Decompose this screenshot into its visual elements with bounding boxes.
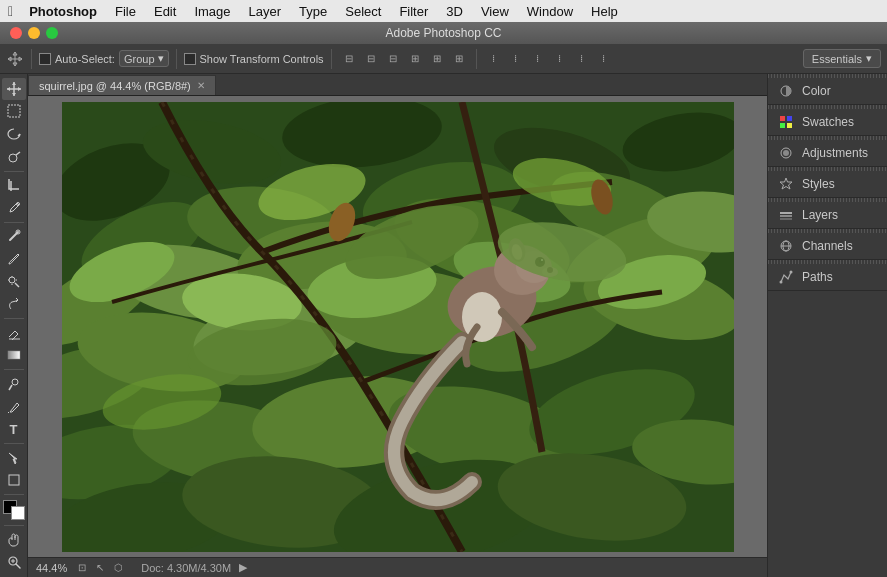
adjustments-panel-header[interactable]: Adjustments bbox=[768, 140, 887, 166]
crop-tool[interactable] bbox=[2, 174, 26, 196]
color-panel-group: Color bbox=[768, 78, 887, 105]
layers-panel-icon bbox=[778, 207, 794, 223]
menu-edit[interactable]: Edit bbox=[146, 2, 184, 21]
text-tool[interactable]: T bbox=[2, 418, 26, 440]
color-picker[interactable] bbox=[3, 500, 25, 520]
align-left-icon[interactable]: ⊟ bbox=[339, 49, 359, 69]
adjustments-panel-icon bbox=[778, 145, 794, 161]
essentials-arrow-icon: ▾ bbox=[866, 52, 872, 65]
text-icon: T bbox=[10, 422, 18, 437]
eyedropper-tool[interactable] bbox=[2, 197, 26, 219]
channels-panel-header[interactable]: Channels bbox=[768, 233, 887, 259]
status-icon-1: ⊡ bbox=[75, 561, 89, 575]
left-toolbar: T bbox=[0, 74, 28, 577]
layers-panel-header[interactable]: Layers bbox=[768, 202, 887, 228]
svg-rect-70 bbox=[787, 123, 792, 128]
tool-sep-5 bbox=[4, 443, 24, 444]
brush-tool[interactable] bbox=[2, 248, 26, 270]
align-bottom-icon[interactable]: ⊞ bbox=[449, 49, 469, 69]
distribute-center-h-icon[interactable]: ⁞ bbox=[506, 49, 526, 69]
group-dropdown-arrow: ▾ bbox=[158, 52, 164, 65]
pen-tool[interactable] bbox=[2, 396, 26, 418]
svg-point-4 bbox=[9, 277, 15, 283]
background-color[interactable] bbox=[11, 506, 25, 520]
status-arrow-icon[interactable]: ▶ bbox=[239, 561, 247, 574]
auto-select-label: Auto-Select: bbox=[55, 53, 115, 65]
move-tool[interactable] bbox=[2, 78, 26, 100]
essentials-dropdown[interactable]: Essentials ▾ bbox=[803, 49, 881, 68]
zoom-tool[interactable] bbox=[2, 551, 26, 573]
svg-point-79 bbox=[780, 281, 783, 284]
heal-tool[interactable] bbox=[2, 226, 26, 248]
status-icon-3: ⬡ bbox=[111, 561, 125, 575]
close-button[interactable] bbox=[10, 27, 22, 39]
styles-panel-header[interactable]: Styles bbox=[768, 171, 887, 197]
clone-tool[interactable] bbox=[2, 271, 26, 293]
svg-rect-6 bbox=[8, 351, 20, 359]
right-panel: Color Swatches bbox=[767, 74, 887, 577]
tab-close-button[interactable]: ✕ bbox=[197, 80, 205, 91]
menu-file[interactable]: File bbox=[107, 2, 144, 21]
marquee-tool[interactable] bbox=[2, 101, 26, 123]
tool-sep-2 bbox=[4, 222, 24, 223]
menu-window[interactable]: Window bbox=[519, 2, 581, 21]
menu-select[interactable]: Select bbox=[337, 2, 389, 21]
distribute-right-icon[interactable]: ⁞ bbox=[528, 49, 548, 69]
menu-help[interactable]: Help bbox=[583, 2, 626, 21]
channels-panel-label: Channels bbox=[802, 239, 853, 253]
distribute-icons: ⁞ ⁞ ⁞ ⁞ ⁞ ⁞ bbox=[484, 49, 614, 69]
status-icon-2: ↖ bbox=[93, 561, 107, 575]
swatches-panel-header[interactable]: Swatches bbox=[768, 109, 887, 135]
distribute-top-icon[interactable]: ⁞ bbox=[550, 49, 570, 69]
distribute-left-icon[interactable]: ⁞ bbox=[484, 49, 504, 69]
align-top-icon[interactable]: ⊞ bbox=[405, 49, 425, 69]
styles-panel-label: Styles bbox=[802, 177, 835, 191]
separator-1 bbox=[31, 49, 32, 69]
menu-image[interactable]: Image bbox=[186, 2, 238, 21]
align-right-icon[interactable]: ⊟ bbox=[383, 49, 403, 69]
history-brush-tool[interactable] bbox=[2, 293, 26, 315]
status-icons: ⊡ ↖ ⬡ bbox=[75, 561, 125, 575]
zoom-level: 44.4% bbox=[36, 562, 67, 574]
paths-panel-group: Paths bbox=[768, 264, 887, 291]
svg-point-7 bbox=[12, 379, 18, 385]
align-center-h-icon[interactable]: ⊟ bbox=[361, 49, 381, 69]
shape-tool[interactable] bbox=[2, 470, 26, 492]
svg-point-72 bbox=[783, 150, 789, 156]
maximize-button[interactable] bbox=[46, 27, 58, 39]
menu-filter[interactable]: Filter bbox=[391, 2, 436, 21]
paths-panel-header[interactable]: Paths bbox=[768, 264, 887, 290]
menu-type[interactable]: Type bbox=[291, 2, 335, 21]
main-area: T bbox=[0, 74, 887, 577]
group-label: Group bbox=[124, 53, 155, 65]
doc-size: Doc: 4.30M/4.30M bbox=[141, 562, 231, 574]
svg-rect-67 bbox=[780, 116, 785, 121]
apple-logo-icon:  bbox=[8, 3, 13, 19]
separator-3 bbox=[331, 49, 332, 69]
color-panel-header[interactable]: Color bbox=[768, 78, 887, 104]
lasso-tool[interactable] bbox=[2, 123, 26, 145]
group-dropdown[interactable]: Group ▾ bbox=[119, 50, 169, 67]
tool-sep-7 bbox=[4, 525, 24, 526]
align-center-v-icon[interactable]: ⊞ bbox=[427, 49, 447, 69]
layers-panel-group: Layers bbox=[768, 202, 887, 229]
tool-sep-6 bbox=[4, 494, 24, 495]
menu-photoshop[interactable]: Photoshop bbox=[21, 2, 105, 21]
quick-select-tool[interactable] bbox=[2, 146, 26, 168]
dodge-tool[interactable] bbox=[2, 373, 26, 395]
path-select-tool[interactable] bbox=[2, 447, 26, 469]
distribute-bottom-icon[interactable]: ⁞ bbox=[594, 49, 614, 69]
eraser-tool[interactable] bbox=[2, 322, 26, 344]
canvas-wrapper[interactable] bbox=[28, 96, 767, 557]
gradient-tool[interactable] bbox=[2, 345, 26, 367]
auto-select-checkbox[interactable] bbox=[39, 53, 51, 65]
canvas-tab[interactable]: squirrel.jpg @ 44.4% (RGB/8#) ✕ bbox=[28, 75, 216, 95]
hand-tool[interactable] bbox=[2, 529, 26, 551]
separator-2 bbox=[176, 49, 177, 69]
transform-checkbox[interactable] bbox=[184, 53, 196, 65]
menu-view[interactable]: View bbox=[473, 2, 517, 21]
menu-layer[interactable]: Layer bbox=[241, 2, 290, 21]
distribute-center-v-icon[interactable]: ⁞ bbox=[572, 49, 592, 69]
menu-3d[interactable]: 3D bbox=[438, 2, 471, 21]
minimize-button[interactable] bbox=[28, 27, 40, 39]
